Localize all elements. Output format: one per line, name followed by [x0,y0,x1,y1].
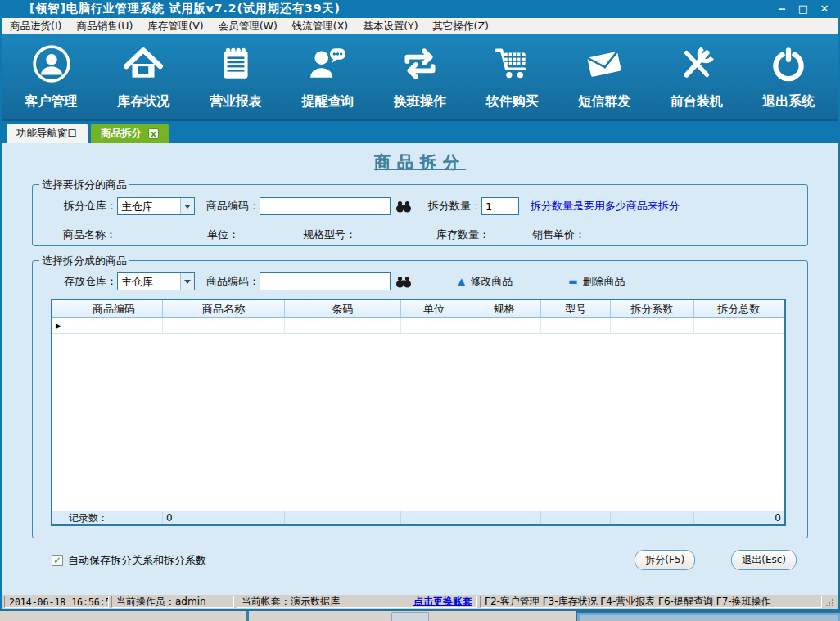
background-window-fragment [576,611,840,621]
product-name-label: 商品名称： [63,227,116,242]
modify-product-button[interactable]: ▲ 修改商品 [458,274,513,289]
install-icon [676,43,717,88]
col-header-unit[interactable]: 单位 [401,300,467,317]
source-group-legend: 选择要拆分的商品 [39,178,129,192]
reminder-icon [307,43,348,88]
source-product-group: 选择要拆分的商品 拆分仓库： 主仓库 商品编码： 拆分数量： 拆分数量是要用多少… [32,184,808,246]
background-window-edge [246,611,249,621]
window-controls: ‒ □ ✕ [775,2,838,16]
status-bar: 2014-06-18 16:56:50 当前操作员：admin 当前帐套：演示数… [2,595,838,609]
menu-item-settings[interactable]: 基本设置(Y) [355,19,425,34]
record-count-label: 记录数： [65,511,163,524]
status-datetime: 2014-06-18 16:56:50 [4,596,109,608]
target-code-input[interactable] [260,272,391,290]
check-icon: ✓ [53,555,61,566]
triangle-up-icon: ▲ [458,276,465,287]
split-total-sum: 0 [694,511,784,524]
exit-button[interactable]: 退出(Esc) [731,550,797,570]
customer-icon [31,43,72,88]
split-qty-hint: 拆分数量是要用多少商品来拆分 [531,199,680,214]
target-code-label: 商品编码： [206,274,260,289]
autosave-label: 自动保存拆分关系和拆分系数 [68,553,206,568]
chevron-down-icon[interactable] [180,198,194,214]
row-selector-header [52,300,65,317]
toolbar-shift-change[interactable]: 换班操作 [377,43,463,110]
actions-row: ✓ 自动保存拆分关系和拆分系数 拆分(F5) 退出(Esc) [32,550,808,570]
grid-empty-row[interactable]: ▶ [52,318,784,334]
split-warehouse-select[interactable]: 主仓库 [117,197,195,215]
page-title: 商品拆分 [32,151,808,173]
col-header-code[interactable]: 商品编码 [65,300,163,317]
source-code-input[interactable] [260,197,391,215]
shift-icon [400,43,440,88]
col-header-name[interactable]: 商品名称 [163,300,285,317]
split-button[interactable]: 拆分(F5) [635,550,695,570]
split-products-grid: 商品编码 商品名称 条码 单位 规格 型号 拆分系数 拆分总数 ▶ [51,299,786,526]
col-header-barcode[interactable]: 条码 [285,300,401,317]
window-title: [领智]电脑行业管理系统 试用版v7.2(试用期还有39天) [2,2,341,16]
menu-item-sales[interactable]: 商品销售(U) [69,19,140,34]
col-header-spec[interactable]: 规格 [467,300,541,317]
toolbar-business-report[interactable]: 营业报表 [192,43,279,110]
toolbar-front-desk-install[interactable]: 前台装机 [653,43,740,110]
delete-product-button[interactable]: ▬ 删除商品 [568,274,625,289]
minimize-icon[interactable]: ‒ [775,2,788,16]
tab-product-split[interactable]: 商品拆分 x [91,124,169,143]
search-binoculars-icon[interactable] [395,275,412,288]
search-binoculars-icon[interactable] [395,200,412,213]
menu-bar: 商品进货(I) 商品销售(U) 库存管理(V) 会员管理(W) 钱流管理(X) … [2,18,838,34]
tab-close-icon[interactable]: x [148,128,159,139]
menu-item-member[interactable]: 会员管理(W) [211,19,285,34]
toolbar-sms-broadcast[interactable]: 短信群发 [561,43,648,110]
tab-bar: 功能导航窗口 商品拆分 x [2,121,838,143]
screen: [领智]电脑行业管理系统 试用版v7.2(试用期还有39天) ‒ □ ✕ 商品进… [0,0,840,621]
menu-item-purchase[interactable]: 商品进货(I) [2,19,69,34]
col-header-ratio[interactable]: 拆分系数 [611,300,694,317]
split-qty-label: 拆分数量： [428,199,481,214]
store-warehouse-select[interactable]: 主仓库 [117,272,195,290]
grid-body[interactable] [52,334,784,511]
purchase-icon [492,43,533,88]
sale-price-label: 销售单价： [532,227,585,242]
app-window: [领智]电脑行业管理系统 试用版v7.2(试用期还有39天) ‒ □ ✕ 商品进… [0,0,840,611]
status-account-panel: 当前帐套：演示数据库 点击更换账套 [237,596,477,608]
toolbar-exit-system[interactable]: 退出系统 [745,43,832,110]
title-bar: [领智]电脑行业管理系统 试用版v7.2(试用期还有39天) ‒ □ ✕ [2,0,838,18]
status-account: 当前帐套：演示数据库 [242,596,340,608]
col-header-total[interactable]: 拆分总数 [694,300,784,317]
toolbar-inventory-status[interactable]: 库存状况 [100,43,187,110]
menu-item-stock[interactable]: 库存管理(V) [140,19,210,34]
background-window-button [391,612,429,621]
current-row-marker-icon: ▶ [52,318,65,333]
split-warehouse-label: 拆分仓库： [64,199,117,214]
col-header-model[interactable]: 型号 [541,300,611,317]
background-desktop-strip [0,611,840,621]
minus-bar-icon: ▬ [568,276,577,287]
toolbar-customer-mgmt[interactable]: 客户管理 [8,43,95,110]
inventory-icon [123,43,164,88]
toolbar-reminder-query[interactable]: 提醒查询 [284,43,371,110]
toolbar-software-purchase[interactable]: 软件购买 [469,43,556,110]
stock-qty-label: 库存数量： [436,227,490,242]
record-count-value: 0 [163,511,285,524]
split-qty-input[interactable] [481,197,519,215]
close-icon[interactable]: ✕ [818,2,831,16]
main-toolbar: 客户管理 库存状况 营业报表 提醒查询 换班操作 软件购买 [2,34,838,121]
report-icon [215,43,256,88]
target-product-group: 选择拆分成的商品 存放仓库： 主仓库 商品编码： ▲ 修改商品 [32,260,808,538]
sms-icon [584,43,625,88]
spec-model-label: 规格型号： [303,227,356,242]
resize-grip-icon[interactable] [824,596,836,608]
maximize-icon[interactable]: □ [797,2,810,16]
exit-icon [768,43,809,88]
status-operator: 当前操作员：admin [111,596,234,608]
autosave-checkbox[interactable]: ✓ [52,555,63,566]
source-code-label: 商品编码： [206,199,260,214]
menu-item-cashflow[interactable]: 钱流管理(X) [285,19,355,34]
grid-header-row: 商品编码 商品名称 条码 单位 规格 型号 拆分系数 拆分总数 [52,300,784,318]
switch-account-link[interactable]: 点击更换账套 [413,596,472,608]
menu-item-other[interactable]: 其它操作(Z) [426,19,496,34]
tab-nav-window[interactable]: 功能导航窗口 [7,124,88,143]
status-hotkeys: F2-客户管理 F3-库存状况 F4-营业报表 F6-提醒查询 F7-换班操作 [480,596,822,608]
chevron-down-icon[interactable] [180,273,194,290]
